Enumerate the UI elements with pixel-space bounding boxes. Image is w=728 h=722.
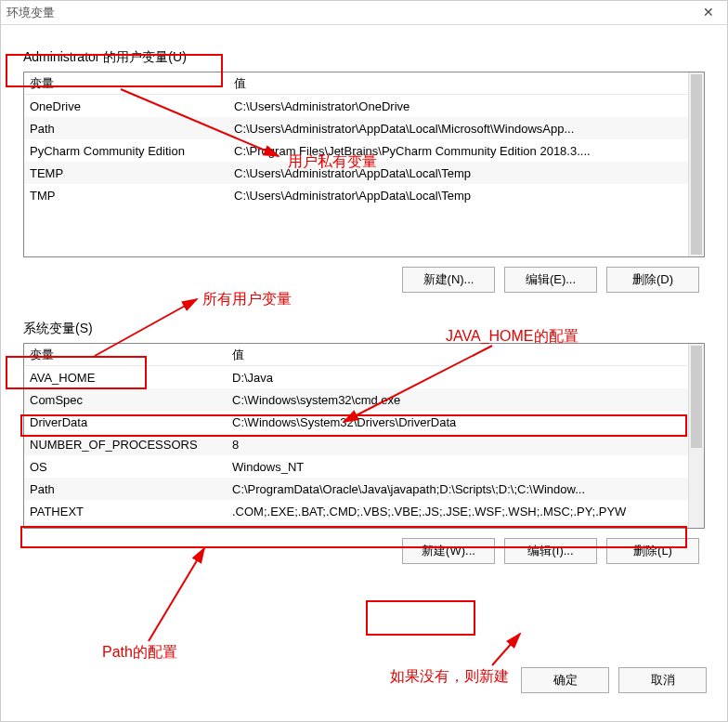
new-user-var-button[interactable]: 新建(N)...: [402, 267, 495, 293]
sys-list-header: 变量 值: [24, 344, 704, 366]
scrollbar[interactable]: [688, 344, 704, 528]
system-vars-label: 系统变量(S): [23, 321, 93, 337]
scrollbar[interactable]: [688, 72, 704, 256]
system-vars-list[interactable]: 变量 值 AVA_HOMED:\Java ComSpecC:\Windows\s…: [23, 343, 705, 529]
edit-user-var-button[interactable]: 编辑(E)...: [504, 267, 597, 293]
list-item[interactable]: NUMBER_OF_PROCESSORS8: [24, 433, 704, 455]
ok-button[interactable]: 确定: [521, 667, 609, 693]
close-button[interactable]: ✕: [690, 1, 727, 25]
sys-buttons: 新建(W)... 编辑(I)... 删除(L): [23, 538, 705, 564]
user-buttons: 新建(N)... 编辑(E)... 删除(D): [23, 267, 705, 293]
list-item[interactable]: PROCESSOR_ARCHITECTUREAMD64: [24, 522, 704, 528]
env-vars-dialog: 环境变量 ✕ Administrator 的用户变量(U) 变量 值 OneDr…: [0, 0, 728, 722]
user-list-header: 变量 值: [24, 72, 704, 95]
cancel-button[interactable]: 取消: [618, 667, 707, 693]
user-vars-label: Administrator 的用户变量(U): [23, 49, 187, 66]
dialog-title: 环境变量: [6, 1, 55, 25]
dialog-content: Administrator 的用户变量(U) 变量 值 OneDriveC:\U…: [1, 25, 727, 564]
list-item[interactable]: DriverDataC:\Windows\System32\Drivers\Dr…: [24, 411, 704, 433]
list-item[interactable]: OSWindows_NT: [24, 455, 704, 478]
col-val: 值: [228, 72, 704, 95]
list-item[interactable]: AVA_HOMED:\Java: [24, 366, 704, 388]
delete-sys-var-button[interactable]: 删除(L): [606, 538, 699, 564]
system-vars-section: 系统变量(S) 变量 值 AVA_HOMED:\Java ComSpecC:\W…: [23, 321, 705, 564]
list-item[interactable]: PathC:\ProgramData\Oracle\Java\javapath;…: [24, 478, 704, 500]
titlebar: 环境变量 ✕: [1, 1, 727, 25]
dialog-main-buttons: 确定 取消: [521, 667, 707, 693]
list-item[interactable]: ComSpecC:\Windows\system32\cmd.exe: [24, 388, 704, 411]
delete-user-var-button[interactable]: 删除(D): [606, 267, 699, 293]
new-sys-var-button[interactable]: 新建(W)...: [402, 538, 495, 564]
col-var: 变量: [24, 72, 228, 95]
list-item[interactable]: PathC:\Users\Administrator\AppData\Local…: [24, 117, 704, 139]
list-item[interactable]: TEMPC:\Users\Administrator\AppData\Local…: [24, 162, 704, 184]
col-var: 变量: [24, 344, 227, 366]
list-item[interactable]: TMPC:\Users\Administrator\AppData\Local\…: [24, 184, 704, 206]
list-item[interactable]: PyCharm Community EditionC:\Program File…: [24, 139, 704, 162]
edit-sys-var-button[interactable]: 编辑(I)...: [504, 538, 597, 564]
list-item[interactable]: OneDriveC:\Users\Administrator\OneDrive: [24, 95, 704, 117]
user-vars-section: Administrator 的用户变量(U) 变量 值 OneDriveC:\U…: [23, 49, 705, 293]
user-vars-list[interactable]: 变量 值 OneDriveC:\Users\Administrator\OneD…: [23, 72, 705, 257]
list-item[interactable]: PATHEXT.COM;.EXE;.BAT;.CMD;.VBS;.VBE;.JS…: [24, 500, 704, 522]
col-val: 值: [227, 344, 704, 366]
